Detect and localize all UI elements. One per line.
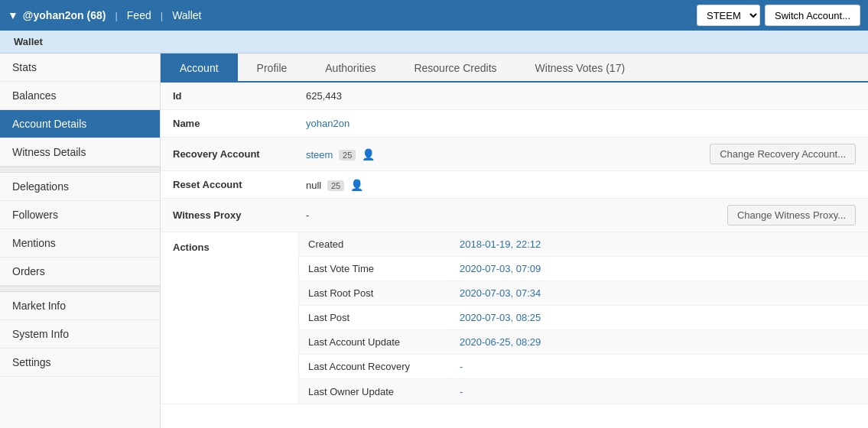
top-bar-right: STEEM Switch Account... (697, 5, 860, 26)
sidebar-item-delegations[interactable]: Delegations (0, 173, 160, 201)
account-table: Id 625,443 Name yohan2on Recovery Accoun… (161, 83, 868, 404)
recovery-row: Recovery Account steem 25 👤 Change Recov… (161, 138, 868, 171)
last-account-recovery-value: - (452, 355, 868, 378)
recovery-user-icon: 👤 (362, 148, 375, 160)
sidebar: Stats Balances Account Details Witness D… (0, 54, 161, 428)
dropdown-icon: ▼ (8, 9, 18, 21)
last-account-update-value: 2020-06-25, 08:29 (452, 331, 868, 353)
sidebar-separator-1 (0, 167, 160, 173)
sidebar-item-market-info[interactable]: Market Info (0, 292, 160, 320)
sidebar-item-settings[interactable]: Settings (0, 349, 160, 377)
tab-resource-credits[interactable]: Resource Credits (395, 54, 515, 83)
recovery-link[interactable]: steem (306, 149, 333, 160)
account-name: @yohan2on (68) (23, 9, 106, 21)
id-value: 625,443 (298, 84, 868, 108)
actions-label: Actions (161, 232, 298, 259)
top-bar-left: ▼ @yohan2on (68) | Feed | Wallet (8, 9, 697, 21)
wallet-subnav-link[interactable]: Wallet (11, 34, 46, 49)
sidebar-item-account-details[interactable]: Account Details (0, 110, 160, 138)
last-vote-value: 2020-07-03, 07:09 (452, 258, 868, 280)
sub-nav: Wallet (0, 31, 868, 54)
witness-proxy-row: Witness Proxy - Change Witness Proxy... (161, 199, 868, 232)
last-account-recovery-label: Last Account Recovery (299, 355, 452, 378)
reset-row: Reset Account null 25 👤 (161, 171, 868, 199)
main-layout: Stats Balances Account Details Witness D… (0, 54, 868, 428)
tab-profile[interactable]: Profile (238, 54, 307, 83)
action-last-owner-update: Last Owner Update - (299, 379, 868, 404)
witness-proxy-action: Change Witness Proxy... (715, 199, 868, 232)
action-last-post: Last Post 2020-07-03, 08:25 (299, 306, 868, 330)
actions-subtable: Created 2018-01-19, 22:12 Last Vote Time… (298, 232, 868, 404)
switch-account-button[interactable]: Switch Account... (765, 5, 860, 26)
id-row: Id 625,443 (161, 83, 868, 110)
created-label: Created (299, 233, 452, 255)
wallet-link[interactable]: Wallet (172, 9, 201, 21)
last-post-label: Last Post (299, 306, 452, 329)
name-link[interactable]: yohan2on (306, 118, 349, 129)
name-row: Name yohan2on (161, 110, 868, 138)
action-last-account-recovery: Last Account Recovery - (299, 355, 868, 379)
last-root-post-label: Last Root Post (299, 282, 452, 304)
recovery-value: steem 25 👤 (298, 142, 697, 167)
tab-witness-votes[interactable]: Witness Votes (17) (516, 54, 645, 83)
sidebar-item-orders[interactable]: Orders (0, 258, 160, 286)
last-account-update-label: Last Account Update (299, 331, 452, 353)
recovery-action: Change Recovery Account... (697, 138, 868, 170)
actions-row: Actions Created 2018-01-19, 22:12 Last V… (161, 232, 868, 404)
recovery-label: Recovery Account (161, 142, 298, 166)
recovery-badge: 25 (339, 150, 356, 160)
sidebar-item-stats[interactable]: Stats (0, 54, 160, 82)
id-label: Id (161, 84, 298, 108)
last-post-value: 2020-07-03, 08:25 (452, 306, 868, 329)
tabs-bar: Account Profile Authorities Resource Cre… (161, 54, 868, 83)
content-body: Id 625,443 Name yohan2on Recovery Accoun… (161, 83, 868, 428)
reset-user-icon: 👤 (350, 179, 363, 191)
action-last-root-post: Last Root Post 2020-07-03, 07:34 (299, 281, 868, 306)
last-owner-update-label: Last Owner Update (299, 381, 452, 403)
witness-proxy-label: Witness Proxy (161, 203, 298, 227)
steem-select[interactable]: STEEM (697, 5, 760, 26)
change-recovery-button[interactable]: Change Recovery Account... (710, 144, 856, 164)
sidebar-item-system-info[interactable]: System Info (0, 320, 160, 349)
content-area: Account Profile Authorities Resource Cre… (161, 54, 868, 428)
reset-label: Reset Account (161, 173, 298, 196)
sidebar-item-balances[interactable]: Balances (0, 82, 160, 110)
account-dropdown[interactable]: ▼ @yohan2on (68) (8, 9, 106, 21)
name-value: yohan2on (298, 112, 868, 135)
action-last-account-update: Last Account Update 2020-06-25, 08:29 (299, 330, 868, 355)
action-last-vote: Last Vote Time 2020-07-03, 07:09 (299, 257, 868, 281)
feed-link[interactable]: Feed (127, 9, 151, 21)
separator-1: | (115, 10, 117, 21)
separator-2: | (161, 10, 163, 21)
sidebar-item-followers[interactable]: Followers (0, 201, 160, 229)
reset-value: null 25 👤 (298, 173, 868, 197)
reset-text: null (306, 180, 321, 191)
action-created: Created 2018-01-19, 22:12 (299, 232, 868, 257)
change-witness-proxy-button[interactable]: Change Witness Proxy... (727, 205, 856, 225)
last-vote-label: Last Vote Time (299, 258, 452, 280)
sidebar-item-witness-details[interactable]: Witness Details (0, 138, 160, 167)
last-owner-update-value: - (452, 381, 868, 403)
created-value: 2018-01-19, 22:12 (452, 233, 868, 255)
reset-badge: 25 (327, 180, 344, 191)
name-label: Name (161, 112, 298, 135)
sidebar-separator-2 (0, 286, 160, 292)
sidebar-item-mentions[interactable]: Mentions (0, 229, 160, 258)
tab-authorities[interactable]: Authorities (306, 54, 395, 83)
last-root-post-value: 2020-07-03, 07:34 (452, 282, 868, 304)
top-bar: ▼ @yohan2on (68) | Feed | Wallet STEEM S… (0, 0, 868, 31)
tab-account[interactable]: Account (161, 54, 238, 83)
witness-proxy-value: - (298, 203, 715, 227)
